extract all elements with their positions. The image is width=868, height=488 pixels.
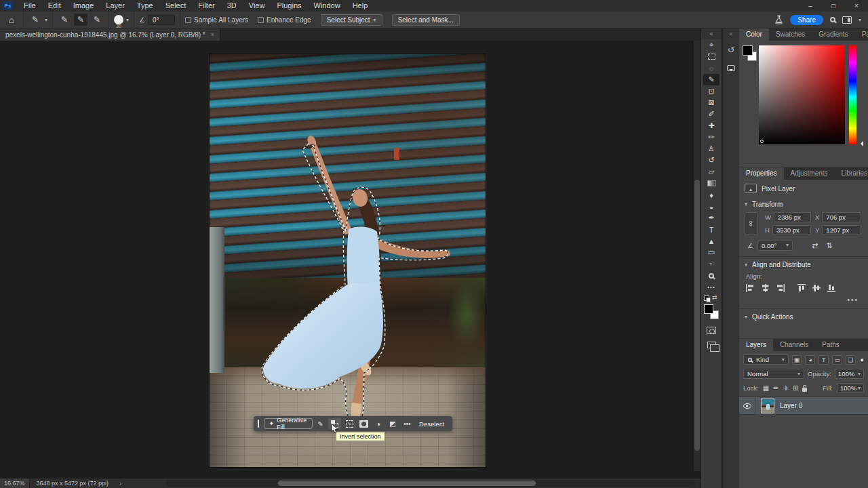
select-subject-button[interactable]: Select Subject ▾ [321,14,382,26]
panels-collapse-icon[interactable]: « [723,28,739,39]
tab-layers[interactable]: Layers [739,339,773,351]
brush-picker-chevron-icon[interactable]: ▾ [126,17,129,23]
type-tool[interactable]: T [703,224,719,235]
taskbar-drag-handle[interactable] [258,420,259,428]
lock-artboard-icon[interactable]: ⊞ [793,384,798,392]
home-button[interactable]: ⌂ [5,14,18,26]
layer-row-layer0[interactable]: Layer 0 [739,397,868,415]
blend-mode-dropdown[interactable]: Normal ▾ [743,369,804,379]
saturation-brightness-field[interactable] [759,45,845,144]
hue-slider[interactable] [849,45,856,144]
hue-slider-marker[interactable] [858,141,863,146]
workspace-chevron-icon[interactable]: ▾ [859,17,861,23]
menu-image[interactable]: Image [67,0,100,12]
menu-type[interactable]: Type [131,0,159,12]
quick-mask-button[interactable] [703,325,719,336]
filter-pixel-layers-icon[interactable]: ▣ [792,355,802,365]
hand-tool[interactable]: ☜ [703,258,719,270]
modify-selection-button[interactable]: ✎ [314,418,327,429]
enhance-edge-checkbox[interactable] [258,17,264,23]
workspace-switcher-icon[interactable] [842,16,852,24]
align-center-horizontal-icon[interactable] [761,284,770,292]
y-field[interactable]: 1207 px [822,225,861,235]
document-tab[interactable]: pexels-wellington-cunha-1918445.jpg @ 16… [0,28,220,41]
flip-horizontal-icon[interactable]: ⇄ [812,241,818,250]
history-brush-tool[interactable]: ↺ [703,155,719,166]
menu-filter[interactable]: Filter [192,0,220,12]
lock-position-icon[interactable]: ✛ [783,384,789,392]
quick-actions-header[interactable]: ▾ Quick Actions [739,309,868,323]
frame-tool[interactable]: ⊠ [703,97,719,108]
filter-shape-layers-icon[interactable]: ▭ [832,355,842,365]
menu-select[interactable]: Select [159,0,193,12]
dodge-tool[interactable]: ◒ [703,201,719,212]
foreground-color-swatch[interactable] [704,304,713,314]
tool-preset-chevron-icon[interactable]: ▾ [45,17,47,23]
blur-tool[interactable]: ♦ [703,189,719,201]
tab-patterns[interactable]: Patterns [855,28,868,41]
menu-edit[interactable]: Edit [42,0,67,12]
move-tool[interactable]: ⌖ [703,39,719,51]
document-tab-close-icon[interactable]: × [211,31,214,38]
color-cursor[interactable] [760,140,764,143]
align-bottom-icon[interactable] [827,284,836,292]
select-and-mask-button[interactable]: Select and Mask... [392,14,460,26]
beaker-icon[interactable] [774,15,783,24]
rotation-chevron-icon[interactable]: ▾ [786,242,789,249]
filter-smart-objects-icon[interactable]: ❏ [846,355,856,365]
layer-filter-kind-dropdown[interactable]: Kind ▾ [743,354,789,365]
layer-visibility-toggle[interactable] [739,397,755,414]
transform-collapse-icon[interactable]: ▾ [745,201,747,207]
tab-adjustments[interactable]: Adjustments [784,167,835,180]
document-image[interactable] [210,54,486,467]
deselect-button[interactable]: Deselect [415,420,448,428]
menu-help[interactable]: Help [347,0,374,12]
menu-3d[interactable]: 3D [221,0,243,12]
crop-tool[interactable]: ⊡ [703,85,719,97]
quick-actions-collapse-icon[interactable]: ▾ [745,314,747,320]
menu-view[interactable]: View [243,0,271,12]
menu-plugins[interactable]: Plugins [271,0,307,12]
zoom-level-field[interactable]: 16.67% [0,479,30,488]
history-panel-icon[interactable]: ↺ [724,43,738,57]
create-adjustment-button[interactable]: ◑ [372,418,384,429]
filter-adjustment-layers-icon[interactable]: ◕ [805,355,815,365]
add-to-selection-mode-button[interactable]: ✎ [74,14,87,26]
brush-angle-field[interactable]: 0° [148,15,175,25]
subtract-from-selection-mode-button[interactable]: ✎ [90,14,104,26]
status-options-arrow-icon[interactable]: › [115,480,125,487]
flip-vertical-icon[interactable]: ⇅ [826,241,832,250]
search-icon[interactable] [830,17,835,22]
height-field[interactable]: 3530 px [772,225,811,235]
tab-swatches[interactable]: Swatches [769,28,812,41]
eyedropper-tool[interactable]: ✐ [703,108,719,120]
color-panel-swatches[interactable] [743,45,759,63]
lock-all-icon[interactable] [802,388,807,392]
menu-window[interactable]: Window [308,0,347,12]
transform-section-header[interactable]: ▾ Transform [739,197,868,211]
layer-thumbnail[interactable] [761,399,774,413]
tab-channels[interactable]: Channels [773,339,815,351]
tab-paths[interactable]: Paths [815,339,846,351]
sample-all-layers-checkbox[interactable] [185,17,191,23]
align-middle-vertical-icon[interactable] [812,284,821,292]
minimize-button[interactable]: – [799,0,822,12]
tab-gradients[interactable]: Gradients [812,28,854,41]
create-mask-button[interactable] [357,418,370,429]
menu-file[interactable]: File [18,0,42,12]
healing-brush-tool[interactable]: ✚ [703,120,719,131]
x-field[interactable]: 706 px [822,212,861,222]
edit-toolbar-button[interactable]: ••• [703,281,719,293]
vertical-scrollbar[interactable] [694,41,701,471]
lasso-tool[interactable]: ◌ [703,62,719,74]
filter-toggle-icon[interactable]: ● [861,357,864,363]
maximize-button[interactable]: □ [822,0,845,12]
tab-properties[interactable]: Properties [739,167,784,180]
screen-mode-button[interactable] [703,339,719,350]
horizontal-scrollbar[interactable] [166,480,695,487]
generative-fill-button[interactable]: ✦ Generative Fill [264,418,313,429]
align-more-options[interactable]: ••• [739,295,868,308]
opacity-dropdown[interactable]: 100% ▾ [835,369,864,379]
marquee-tool[interactable] [703,51,719,62]
tab-color[interactable]: Color [739,28,769,41]
